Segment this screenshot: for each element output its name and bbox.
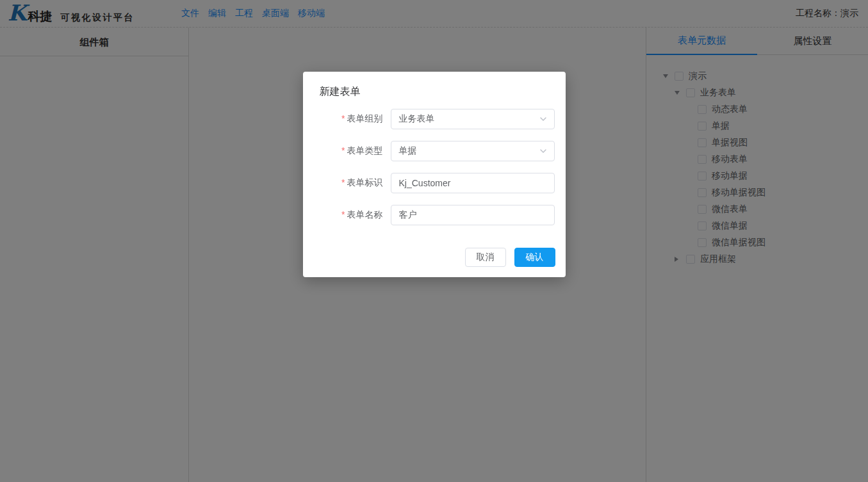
- cancel-button[interactable]: 取消: [465, 248, 506, 267]
- new-form-fields: *表单组别 业务表单 *表单类型 单据 *表单标识: [303, 109, 566, 225]
- form-row-type: *表单类型 单据: [303, 141, 566, 161]
- confirm-button[interactable]: 确认: [514, 248, 555, 267]
- required-mark: *: [341, 113, 345, 124]
- form-group-select-value: 业务表单: [399, 113, 539, 125]
- field-label-form-group: *表单组别: [303, 113, 391, 125]
- form-identifier-input[interactable]: [391, 173, 555, 193]
- form-row-identifier: *表单标识: [303, 173, 566, 193]
- form-row-name: *表单名称: [303, 205, 566, 225]
- field-label-form-identifier: *表单标识: [303, 177, 391, 189]
- field-label-form-name: *表单名称: [303, 209, 391, 221]
- form-row-group: *表单组别 业务表单: [303, 109, 566, 129]
- required-mark: *: [341, 177, 345, 188]
- required-mark: *: [341, 145, 345, 156]
- dialog-title: 新建表单: [303, 84, 566, 99]
- form-group-select[interactable]: 业务表单: [391, 109, 555, 129]
- required-mark: *: [341, 209, 345, 220]
- chevron-down-icon: [539, 147, 548, 156]
- new-form-dialog: 新建表单 *表单组别 业务表单 *表单类型 单据: [303, 72, 566, 277]
- form-type-select[interactable]: 单据: [391, 141, 555, 161]
- field-label-form-type: *表单类型: [303, 145, 391, 157]
- form-name-input[interactable]: [391, 205, 555, 225]
- dialog-footer: 取消 确认: [303, 248, 566, 267]
- chevron-down-icon: [539, 115, 548, 124]
- form-type-select-value: 单据: [399, 145, 539, 157]
